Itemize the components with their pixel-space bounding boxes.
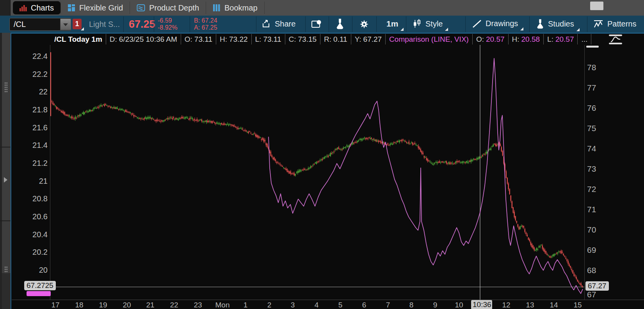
ohlc-field: C:73.15 — [285, 34, 321, 44]
crosshair-time-bubble: 10:36 — [471, 300, 492, 309]
ohlc-field: R:0.11 — [320, 34, 351, 44]
tab-bookmap[interactable]: Bookmap — [206, 1, 264, 14]
studies-button[interactable]: Studies — [536, 19, 574, 29]
studies-flask-icon — [536, 19, 544, 29]
tab-label: Bookmap — [224, 4, 258, 12]
timeframe-button[interactable]: 1m — [386, 19, 398, 28]
tab-label: Charts — [31, 4, 54, 12]
alert-badge[interactable]: 1 — [73, 19, 82, 29]
tab-product-depth[interactable]: Product Depth — [130, 1, 206, 14]
news-info-icon: i — [311, 20, 322, 29]
thinkorswim-chart-window: Charts Flexible Grid Product Depth Bookm… — [0, 0, 644, 309]
depth-icon — [137, 4, 145, 12]
symbol-input[interactable]: /CL — [9, 18, 71, 31]
drawings-button[interactable]: Drawings — [472, 19, 518, 28]
tab-flexible-grid[interactable]: Flexible Grid — [61, 1, 130, 14]
time-axis-tick: 17 — [43, 301, 68, 309]
comparison-ohlc-field: O:20.57 — [473, 34, 509, 44]
left-axis-tick: 22.4 — [12, 52, 48, 61]
tab-label: Product Depth — [149, 4, 199, 12]
ohlc-field: O:73.11 — [181, 34, 216, 44]
time-axis-tick: 9 — [423, 301, 448, 309]
left-price-bubble: 67.2725 — [24, 281, 56, 290]
right-axis-tick: 71 — [587, 205, 596, 214]
axis-handle[interactable] — [586, 46, 599, 48]
chart-toolbar: /CL 1 Light S... 67.25 -6.59-8.92% B: 67… — [0, 16, 644, 33]
chart-mode-icon[interactable] — [609, 34, 622, 44]
panel-grip-handle[interactable] — [4, 82, 8, 93]
style-button[interactable]: Style — [413, 19, 443, 28]
left-axis-tick: 20.4 — [12, 230, 48, 239]
tab-label: Flexible Grid — [79, 4, 123, 12]
time-axis-tick: 18 — [67, 301, 92, 309]
right-axis-tick: 77 — [587, 83, 596, 92]
time-axis-tick: 4 — [304, 301, 329, 309]
left-axis-tick: 21.4 — [12, 141, 48, 150]
expand-panel-arrow[interactable] — [4, 177, 7, 183]
ohlc-field: Y:67.27 — [351, 34, 386, 44]
symbol-value[interactable]: /CL — [10, 20, 56, 29]
right-axis-tick: 69 — [587, 245, 596, 255]
ohlc-field: H:73.22 — [216, 34, 252, 44]
time-axis-tick: 13 — [518, 301, 543, 309]
left-axis-tick: 22 — [12, 87, 48, 96]
ohlc-field: D:6/23/25 10:36 AM — [106, 34, 181, 44]
tab-charts[interactable]: Charts — [13, 1, 60, 14]
time-axis-tick: 23 — [185, 301, 210, 309]
time-axis-tick: 21 — [138, 301, 163, 309]
left-axis-tick: 21.8 — [12, 105, 48, 114]
overflow-field: ... — [578, 34, 591, 44]
time-axis-tick: 7 — [375, 301, 400, 309]
time-axis-tick: 3 — [280, 301, 305, 309]
comparison-ohlc-field: H:20.58 — [509, 34, 544, 44]
vix-price-bubble — [27, 291, 51, 296]
patterns-button[interactable]: Patterns — [593, 19, 636, 28]
price-plot[interactable] — [50, 45, 584, 300]
chart-title: /CL Today 1m — [51, 34, 106, 44]
app-tab-bar: Charts Flexible Grid Product Depth Bookm… — [0, 0, 644, 16]
analysis-tools-button[interactable] — [336, 19, 344, 29]
chart-settings-button[interactable] — [359, 19, 369, 29]
left-axis-tick: 22.2 — [12, 70, 48, 79]
candle-style-icon — [413, 19, 422, 28]
left-axis-tick: 21.2 — [12, 159, 48, 168]
share-button[interactable]: Share — [262, 19, 295, 28]
ohlc-field: L:73.11 — [252, 34, 285, 44]
symbol-dropdown-button[interactable] — [60, 19, 71, 30]
left-axis-tick: 21 — [12, 177, 48, 186]
bid-ask: B: 67.24A: 67.25 — [194, 17, 217, 31]
chart-info-button[interactable]: i — [311, 20, 322, 29]
time-axis-tick: 22 — [162, 301, 187, 309]
time-axis-tick: Mon — [210, 301, 235, 309]
time-axis-tick: 1 — [233, 301, 258, 309]
ohlc-header-row: /CL Today 1m D:6/23/25 10:36 AMO:73.11H:… — [51, 34, 591, 44]
share-icon — [262, 19, 271, 28]
right-axis-tick: 73 — [587, 164, 596, 174]
time-axis-tick: 5 — [328, 301, 353, 309]
window-control[interactable] — [590, 2, 603, 10]
time-axis-tick: 12 — [494, 301, 519, 309]
time-axis-tick: 2 — [257, 301, 282, 309]
left-axis-tick: 21.6 — [12, 123, 48, 132]
window-edge — [0, 0, 11, 16]
right-axis-tick: 68 — [587, 266, 596, 275]
comparison-field: Comparison (LINE, VIX) — [386, 34, 473, 44]
comparison-ohlc-field: L:20.57 — [544, 34, 578, 44]
right-axis-tick: 74 — [587, 144, 596, 153]
right-axis-tick: 72 — [587, 185, 596, 194]
last-price: 67.25 — [129, 18, 155, 30]
right-axis-tick: 78 — [587, 63, 596, 72]
time-axis-tick: 15 — [565, 301, 590, 309]
svg-text:i: i — [318, 21, 320, 25]
left-axis-tick: 20.6 — [12, 212, 48, 221]
left-panel-rail — [0, 33, 11, 309]
tab-separator — [264, 2, 265, 14]
left-axis-tick: 20.2 — [12, 248, 48, 257]
bar-chart-icon — [20, 4, 27, 11]
patterns-icon — [593, 19, 603, 28]
symbol-description: Light S... — [89, 20, 120, 29]
comparison-line-vix — [269, 59, 583, 294]
right-axis-tick: 67 — [587, 290, 596, 299]
time-axis-tick: 20 — [114, 301, 139, 309]
time-axis-tick: 10 — [447, 301, 471, 309]
